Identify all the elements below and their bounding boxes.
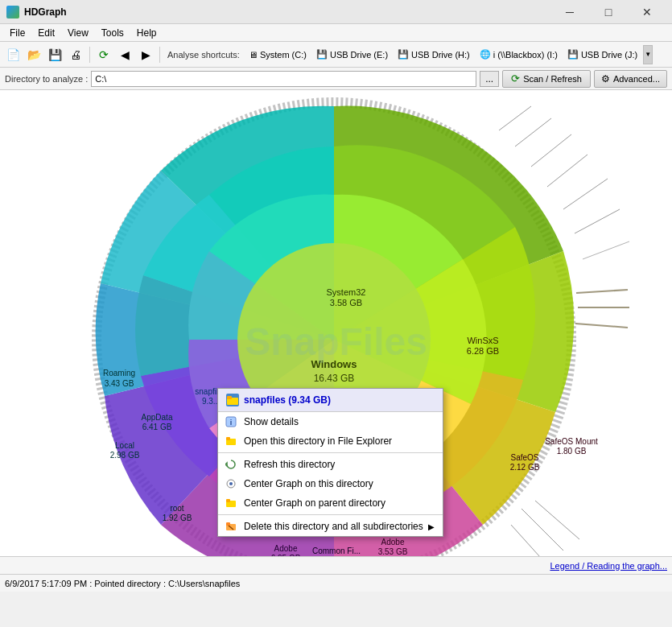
svg-text:1.80 GB: 1.80 GB (557, 447, 587, 456)
svg-text:System32: System32 (327, 287, 366, 297)
ctx-refresh-dir[interactable]: Refresh this directory (218, 455, 443, 474)
address-label: Directory to analyze : (5, 74, 88, 84)
svg-text:i: i (230, 419, 233, 427)
svg-text:6.28 GB: 6.28 GB (467, 346, 499, 356)
shortcut-usb-e[interactable]: 💾 USB Drive (E:) (312, 46, 392, 64)
title-bar: HDGraph ─ □ ✕ (0, 0, 672, 24)
menu-bar: File Edit View Tools Help (0, 24, 672, 42)
toolbar: 📄 📂 💾 🖨 ⟳ ◀ ▶ Analyse shortcuts: 🖥 Syste… (0, 42, 672, 68)
submenu-arrow: ▶ (428, 522, 435, 531)
close-button[interactable]: ✕ (629, 0, 666, 24)
title-bar-controls: ─ □ ✕ (551, 0, 666, 24)
advanced-button[interactable]: ⚙ Advanced... (594, 70, 667, 88)
svg-text:3.58 GB: 3.58 GB (330, 298, 362, 307)
ctx-show-details[interactable]: i Show details (218, 412, 443, 431)
svg-point-49 (229, 482, 233, 485)
main-content: Windows 16.43 GB snapfiles 9.3... System… (0, 90, 672, 592)
legend-button[interactable]: Legend / Reading the graph... (550, 561, 667, 571)
shortcut-system-c[interactable]: 🖥 System (C:) (245, 46, 311, 64)
menu-edit[interactable]: Edit (31, 24, 61, 42)
address-bar: Directory to analyze : ... ⟳ Scan / Refr… (0, 68, 672, 90)
footer-bar: 6/9/2017 5:17:09 PM : Pointed directory … (0, 574, 672, 592)
maximize-button[interactable]: □ (590, 0, 627, 24)
svg-text:6.41 GB: 6.41 GB (142, 423, 172, 431)
svg-text:SafeOS Mount: SafeOS Mount (545, 437, 598, 446)
svg-text:SafeOS: SafeOS (510, 453, 538, 462)
svg-rect-51 (226, 499, 230, 502)
svg-text:Windows: Windows (311, 358, 357, 370)
svg-text:2.12 GB: 2.12 GB (510, 463, 540, 472)
toolbar-separator-1 (89, 47, 90, 63)
forward-button[interactable]: ▶ (136, 45, 155, 64)
svg-text:Adobe: Adobe (274, 544, 298, 553)
folder-icon (226, 394, 239, 406)
advanced-icon: ⚙ (601, 73, 610, 85)
info-icon: i (225, 416, 237, 427)
center-icon (225, 478, 237, 489)
svg-text:AppData: AppData (142, 413, 173, 422)
svg-text:1.92 GB: 1.92 GB (163, 514, 192, 522)
menu-file[interactable]: File (3, 24, 31, 42)
ctx-separator-1 (218, 452, 443, 453)
folder-up-icon (225, 497, 237, 509)
new-button[interactable]: 📄 (3, 45, 23, 64)
save-button[interactable]: 💾 (45, 45, 64, 64)
open-button[interactable]: 📂 (24, 45, 43, 64)
toolbar-expand[interactable]: ▼ (643, 45, 653, 64)
browse-button[interactable]: ... (480, 71, 499, 87)
svg-text:Adobe: Adobe (381, 538, 405, 547)
svg-rect-53 (226, 522, 230, 526)
status-bar: Legend / Reading the graph... (0, 556, 672, 574)
svg-rect-47 (226, 437, 230, 440)
svg-text:Roaming: Roaming (103, 369, 135, 377)
shortcut-usb-h[interactable]: 💾 USB Drive (H:) (394, 46, 474, 64)
context-menu-header: snapfiles (9.34 GB) (218, 389, 443, 412)
ctx-center-graph[interactable]: Center Graph on this directory (218, 474, 443, 493)
svg-rect-43 (227, 396, 232, 399)
refresh-button[interactable]: ⟳ (94, 45, 113, 64)
svg-text:3.43 GB: 3.43 GB (105, 379, 134, 388)
analyse-label: Analyse shortcuts: (167, 50, 240, 60)
menu-tools[interactable]: Tools (95, 24, 130, 42)
refresh-icon: ⟳ (511, 72, 520, 85)
svg-text:Local: Local (115, 441, 134, 450)
menu-help[interactable]: Help (130, 24, 163, 42)
refresh-icon (225, 459, 237, 470)
ctx-separator-2 (218, 514, 443, 515)
toolbar-separator-2 (159, 47, 160, 63)
svg-text:Common Fi...: Common Fi... (312, 547, 361, 555)
back-button[interactable]: ◀ (115, 45, 134, 64)
status-text: 6/9/2017 5:17:09 PM : Pointed directory … (5, 579, 240, 588)
svg-text:WinSxS: WinSxS (467, 336, 498, 345)
delete-icon (225, 521, 237, 532)
folder-open-icon (225, 435, 237, 447)
menu-view[interactable]: View (61, 24, 95, 42)
app-icon (6, 6, 19, 19)
print-button[interactable]: 🖨 (66, 45, 85, 64)
shortcut-blackbox-i[interactable]: 🌐 i (\\Blackbox) (I:) (476, 46, 562, 64)
ctx-delete-dir[interactable]: Delete this directory and all subdirecto… (218, 517, 443, 536)
title-bar-text: HDGraph (24, 6, 551, 18)
ctx-open-explorer[interactable]: Open this directory in File Explorer (218, 431, 443, 451)
svg-text:16.43 GB: 16.43 GB (314, 373, 355, 384)
scan-refresh-button[interactable]: ⟳ Scan / Refresh (502, 70, 591, 88)
svg-text:2.98 GB: 2.98 GB (110, 451, 140, 460)
shortcut-usb-j[interactable]: 💾 USB Drive (J:) (563, 46, 641, 64)
address-input[interactable] (91, 71, 476, 87)
context-menu: snapfiles (9.34 GB) i Show details Open … (217, 388, 443, 537)
minimize-button[interactable]: ─ (551, 0, 588, 24)
ctx-center-parent[interactable]: Center Graph on parent directory (218, 493, 443, 513)
svg-text:3.53 GB: 3.53 GB (378, 547, 408, 556)
svg-text:root: root (170, 504, 183, 513)
